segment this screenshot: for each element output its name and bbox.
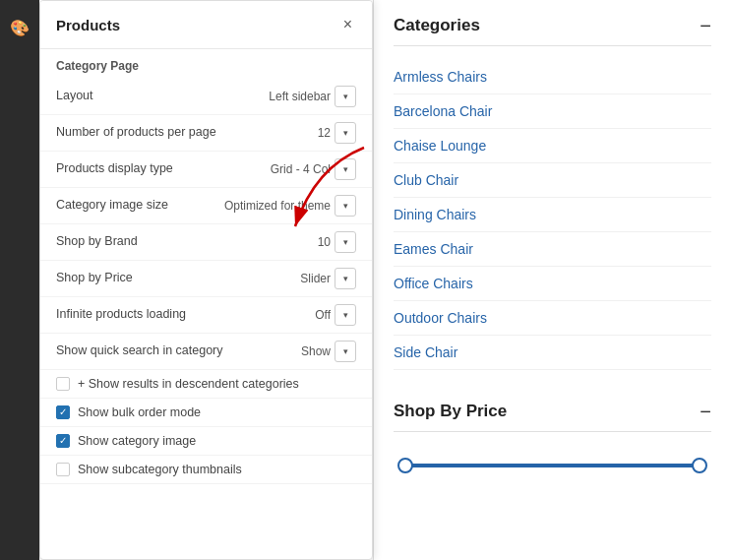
shop-by-price-setting-row: Shop by Price Slider ▾ xyxy=(40,261,372,297)
display-type-setting-row: Products display type Grid - 4 Col ▾ xyxy=(40,152,372,188)
show-subcategory-thumbnails-checkbox[interactable] xyxy=(56,463,70,476)
layout-dropdown-btn[interactable]: ▾ xyxy=(335,86,356,107)
paint-icon[interactable]: 🎨 xyxy=(2,10,37,45)
quick-search-control: Show ▾ xyxy=(301,341,356,362)
list-item[interactable]: Side Chair xyxy=(394,336,711,370)
infinite-loading-dropdown-btn[interactable]: ▾ xyxy=(335,304,356,326)
layout-control: Left sidebar ▾ xyxy=(269,86,356,107)
num-products-setting-row: Number of products per page 12 ▾ xyxy=(40,115,372,152)
shop-by-brand-value: 10 xyxy=(318,235,331,249)
display-type-value: Grid - 4 Col xyxy=(271,162,331,176)
show-subcategory-thumbnails-label: Show subcategory thumbnails xyxy=(78,463,242,476)
shop-by-price-title: Shop By Price xyxy=(394,402,507,421)
quick-search-label: Show quick search in category xyxy=(56,342,301,360)
show-category-image-checkbox[interactable] xyxy=(56,434,70,448)
show-category-image-row: Show category image xyxy=(40,427,372,456)
list-item[interactable]: Dining Chairs xyxy=(394,198,711,232)
list-item[interactable]: Chaise Lounge xyxy=(394,129,711,163)
image-size-value: Optimized for theme xyxy=(224,199,331,213)
image-size-dropdown-btn[interactable]: ▾ xyxy=(335,195,356,217)
list-item[interactable]: Office Chairs xyxy=(394,267,711,301)
show-bulk-order-label: Show bulk order mode xyxy=(78,405,201,419)
right-content: Categories − Armless ChairsBarcelona Cha… xyxy=(374,0,731,560)
shop-by-brand-label: Shop by Brand xyxy=(56,233,318,251)
num-products-value: 12 xyxy=(318,126,331,140)
display-type-dropdown-btn[interactable]: ▾ xyxy=(335,158,356,180)
image-size-control: Optimized for theme ▾ xyxy=(224,195,356,217)
layout-setting-row: Layout Left sidebar ▾ xyxy=(40,79,372,115)
shop-by-price-label: Shop by Price xyxy=(56,270,300,287)
shop-by-brand-control: 10 ▾ xyxy=(318,231,356,253)
products-panel: Products × Category Page Layout Left sid… xyxy=(39,0,373,560)
shop-by-price-header: Shop By Price − xyxy=(394,402,711,432)
shop-by-brand-setting-row: Shop by Brand 10 ▾ xyxy=(40,224,372,261)
display-type-control: Grid - 4 Col ▾ xyxy=(271,158,356,180)
show-category-image-label: Show category image xyxy=(78,434,196,448)
infinite-loading-setting-row: Infinite products loading Off ▾ xyxy=(40,297,372,334)
list-item[interactable]: Barcelona Chair xyxy=(394,94,711,129)
infinite-loading-value: Off xyxy=(315,308,331,322)
list-item[interactable]: Club Chair xyxy=(394,163,711,198)
show-results-descendent-label: + Show results in descendent categories xyxy=(78,377,299,391)
category-list: Armless ChairsBarcelona ChairChaise Loun… xyxy=(394,60,711,370)
infinite-loading-label: Infinite products loading xyxy=(56,306,315,324)
list-item[interactable]: Outdoor Chairs xyxy=(394,301,711,336)
categories-title: Categories xyxy=(394,16,480,35)
shop-by-price-collapse-button[interactable]: − xyxy=(700,402,711,421)
quick-search-dropdown-btn[interactable]: ▾ xyxy=(335,341,356,362)
products-panel-header: Products × xyxy=(40,1,372,49)
num-products-dropdown-btn[interactable]: ▾ xyxy=(335,122,356,144)
categories-header: Categories − xyxy=(394,16,711,46)
price-slider-left-handle[interactable] xyxy=(397,458,413,473)
price-slider-fill xyxy=(401,464,703,467)
products-panel-title: Products xyxy=(56,17,120,33)
image-size-setting-row: Category image size Optimized for theme … xyxy=(40,188,372,224)
display-type-label: Products display type xyxy=(56,160,271,178)
shop-by-price-dropdown-btn[interactable]: ▾ xyxy=(335,268,356,289)
num-products-label: Number of products per page xyxy=(56,124,318,142)
categories-section: Categories − Armless ChairsBarcelona Cha… xyxy=(394,0,711,386)
show-bulk-order-checkbox[interactable] xyxy=(56,405,70,419)
quick-search-setting-row: Show quick search in category Show ▾ xyxy=(40,334,372,370)
categories-collapse-button[interactable]: − xyxy=(700,16,711,35)
quick-search-value: Show xyxy=(301,344,331,358)
price-slider-track xyxy=(401,464,703,467)
image-size-label: Category image size xyxy=(56,197,224,215)
show-results-descendent-checkbox[interactable] xyxy=(56,377,70,391)
shop-by-price-section: Shop By Price − xyxy=(394,386,711,501)
list-item[interactable]: Eames Chair xyxy=(394,232,711,267)
list-item[interactable]: Armless Chairs xyxy=(394,60,711,94)
num-products-control: 12 ▾ xyxy=(318,122,356,144)
infinite-loading-control: Off ▾ xyxy=(315,304,356,326)
show-bulk-order-row: Show bulk order mode xyxy=(40,399,372,427)
icon-bar: 🎨 xyxy=(0,0,39,560)
shop-by-brand-dropdown-btn[interactable]: ▾ xyxy=(335,231,356,253)
show-subcategory-thumbnails-row: Show subcategory thumbnails xyxy=(40,456,372,484)
panel-area: Styles › General › Products × Category P… xyxy=(39,0,374,560)
shop-by-price-control: Slider ▾ xyxy=(300,268,356,289)
close-button[interactable]: × xyxy=(339,15,356,34)
layout-label: Layout xyxy=(56,88,269,105)
shop-by-price-value: Slider xyxy=(300,272,331,285)
price-slider-container xyxy=(394,446,711,485)
price-slider-right-handle[interactable] xyxy=(692,458,707,473)
show-results-descendent-row: + Show results in descendent categories xyxy=(40,370,372,399)
layout-value: Left sidebar xyxy=(269,90,331,103)
category-page-label: Category Page xyxy=(40,49,372,79)
